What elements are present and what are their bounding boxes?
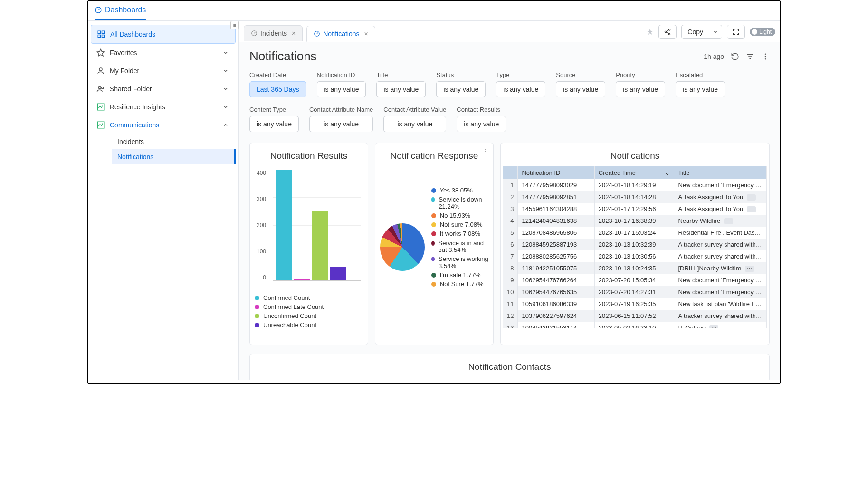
chevron-down-icon bbox=[221, 50, 230, 56]
table-row[interactable]: 612088459258871932023-10-13 10:32:39A tr… bbox=[503, 239, 767, 250]
row-index: 12 bbox=[503, 310, 518, 322]
breadcrumb-dashboards[interactable]: Dashboards bbox=[95, 6, 146, 20]
legend-swatch bbox=[431, 213, 436, 218]
table-row[interactable]: 114777795980930292024-01-18 14:29:19New … bbox=[503, 179, 767, 191]
legend-item[interactable]: Confirmed Count bbox=[255, 294, 363, 301]
nav-sub-incidents[interactable]: Incidents bbox=[112, 134, 236, 149]
cell-title: [DRILL]Nearby Wildfire ⋯ bbox=[674, 262, 767, 274]
nav-my-folder[interactable]: My Folder bbox=[91, 62, 236, 80]
cell-title: New document 'Emergency Pl… bbox=[674, 274, 767, 286]
nav-shared-folder[interactable]: Shared Folder bbox=[91, 80, 236, 98]
bar-chart: 400 300 200 100 0 bbox=[255, 170, 363, 289]
table-row[interactable]: 1010629544767656352023-07-20 14:27:31New… bbox=[503, 286, 767, 298]
tab-notifications[interactable]: Notifications × bbox=[306, 26, 375, 42]
col-notification-id[interactable]: Notification ID bbox=[518, 166, 594, 179]
legend-label: Not sure 7.08% bbox=[440, 221, 483, 228]
row-index: 3 bbox=[503, 203, 518, 215]
kebab-icon[interactable] bbox=[761, 52, 770, 61]
filter-title[interactable]: is any value bbox=[376, 81, 426, 97]
legend-item[interactable]: Unreachable Count bbox=[255, 321, 363, 328]
nav-sub-notifications[interactable]: Notifications bbox=[112, 149, 236, 164]
legend-item[interactable]: Confirmed Late Count bbox=[255, 303, 363, 310]
bar-confirmed-count[interactable] bbox=[276, 170, 292, 280]
filter-content-type[interactable]: is any value bbox=[249, 116, 299, 132]
tab-notifications-label: Notifications bbox=[323, 30, 359, 38]
legend-item[interactable]: Service is working 3.54% bbox=[431, 256, 488, 269]
nav-resilience-insights[interactable]: Resilience Insights bbox=[91, 98, 236, 116]
legend-item[interactable]: It works 7.08% bbox=[431, 231, 488, 237]
cell-title: A Task Assigned To You ⋯ bbox=[674, 191, 767, 203]
bar-confirmed-late-count[interactable] bbox=[294, 279, 310, 280]
cell-title: Nearby Wildfire ⋯ bbox=[674, 215, 767, 227]
close-icon[interactable]: × bbox=[292, 29, 296, 37]
table-row[interactable]: 1210379062275976242023-06-15 11:07:52A t… bbox=[503, 310, 767, 322]
nav-communications[interactable]: Communications bbox=[91, 116, 236, 134]
filter-status[interactable]: is any value bbox=[436, 81, 486, 97]
legend-item[interactable]: Service is down 21.24% bbox=[431, 196, 488, 210]
table-row[interactable]: 1110591061860863392023-07-19 16:25:35New… bbox=[503, 298, 767, 310]
table-row[interactable]: 1310045429215531142023-05-02 16:23:10IT … bbox=[503, 322, 767, 328]
filter-notification-id[interactable]: is any value bbox=[317, 81, 366, 97]
legend-item[interactable]: Not sure 7.08% bbox=[431, 221, 488, 228]
legend-item[interactable]: No 15.93% bbox=[431, 212, 488, 219]
chevron-down-icon bbox=[221, 104, 230, 110]
col-created-time[interactable]: Created Time⌄ bbox=[594, 166, 674, 179]
col-title[interactable]: Title bbox=[674, 166, 767, 179]
nav-shared-label: Shared Folder bbox=[110, 85, 152, 93]
table-row[interactable]: 314559611643042882024-01-17 12:29:56A Ta… bbox=[503, 203, 767, 215]
tab-incidents[interactable]: Incidents × bbox=[244, 25, 303, 41]
bar-unreachable-count[interactable] bbox=[330, 267, 346, 280]
cell-created-time: 2023-05-02 16:23:10 bbox=[594, 322, 674, 328]
kebab-icon[interactable]: ⋮ bbox=[482, 148, 488, 155]
filter-created-date[interactable]: Last 365 Days bbox=[249, 81, 306, 97]
filter-contact-results[interactable]: is any value bbox=[457, 116, 506, 132]
share-button[interactable] bbox=[658, 25, 677, 39]
svg-point-19 bbox=[765, 53, 766, 55]
copy-dropdown[interactable] bbox=[709, 25, 722, 39]
breadcrumb-label: Dashboards bbox=[105, 6, 146, 14]
filter-priority[interactable]: is any value bbox=[616, 81, 665, 97]
table-row[interactable]: 811819422510550752023-10-13 10:24:35[DRI… bbox=[503, 262, 767, 274]
table-row[interactable]: 512087084869658062023-10-17 15:03:24Resi… bbox=[503, 227, 767, 239]
filter-type[interactable]: is any value bbox=[496, 81, 545, 97]
filter-contact-attr-name[interactable]: is any value bbox=[309, 116, 373, 132]
legend-item[interactable]: I'm safe 1.77% bbox=[431, 272, 488, 279]
filter-label: Source bbox=[556, 71, 605, 78]
copy-button[interactable]: Copy bbox=[681, 25, 709, 39]
legend-item[interactable]: Unconfirmed Count bbox=[255, 312, 363, 319]
legend-swatch bbox=[431, 222, 436, 227]
bar-unconfirmed-count[interactable] bbox=[312, 211, 328, 280]
sidebar-collapse-handle[interactable]: ≡ bbox=[230, 21, 239, 29]
theme-toggle[interactable]: Light bbox=[750, 28, 775, 36]
legend-item[interactable]: Not Sure 1.77% bbox=[431, 281, 488, 288]
table-row[interactable]: 910629544767662642023-07-20 15:05:34New … bbox=[503, 274, 767, 286]
filter-source[interactable]: is any value bbox=[556, 81, 605, 97]
table-row[interactable]: 412142404048316382023-10-17 16:38:39Near… bbox=[503, 215, 767, 227]
legend-item[interactable]: Yes 38.05% bbox=[431, 187, 488, 194]
filter-contact-attr-value[interactable]: is any value bbox=[383, 116, 446, 132]
filter-label: Type bbox=[496, 71, 545, 78]
ytick: 0 bbox=[263, 274, 266, 281]
legend-label: Confirmed Count bbox=[263, 294, 310, 301]
nav-all-dashboards[interactable]: All Dashboards bbox=[91, 25, 236, 44]
favorite-toggle[interactable]: ★ bbox=[646, 27, 654, 37]
tab-incidents-label: Incidents bbox=[260, 29, 287, 37]
cell-created-time: 2023-07-20 15:05:34 bbox=[594, 274, 674, 286]
notifications-table[interactable]: Notification ID Created Time⌄ Title 1147… bbox=[503, 166, 767, 328]
cell-created-time: 2023-10-13 10:24:35 bbox=[594, 262, 674, 274]
table-row[interactable]: 712088802856257562023-10-13 10:30:56A tr… bbox=[503, 250, 767, 262]
cell-notification-id: 1062954476765635 bbox=[518, 286, 594, 298]
refresh-icon[interactable] bbox=[731, 52, 739, 61]
legend-item[interactable]: Service is in and out 3.54% bbox=[431, 240, 488, 254]
cell-notification-id: 1208880285625756 bbox=[518, 250, 594, 262]
filter-icon[interactable] bbox=[746, 52, 754, 61]
svg-rect-3 bbox=[98, 35, 100, 38]
cell-created-time: 2023-10-17 15:03:24 bbox=[594, 227, 674, 239]
svg-point-7 bbox=[98, 86, 101, 88]
close-icon[interactable]: × bbox=[364, 30, 368, 38]
fullscreen-button[interactable] bbox=[727, 25, 745, 39]
filter-escalated[interactable]: is any value bbox=[676, 81, 725, 97]
nav-favorites[interactable]: Favorites bbox=[91, 44, 236, 62]
table-row[interactable]: 214777795980928512024-01-18 14:14:28A Ta… bbox=[503, 191, 767, 203]
row-index: 6 bbox=[503, 239, 518, 250]
